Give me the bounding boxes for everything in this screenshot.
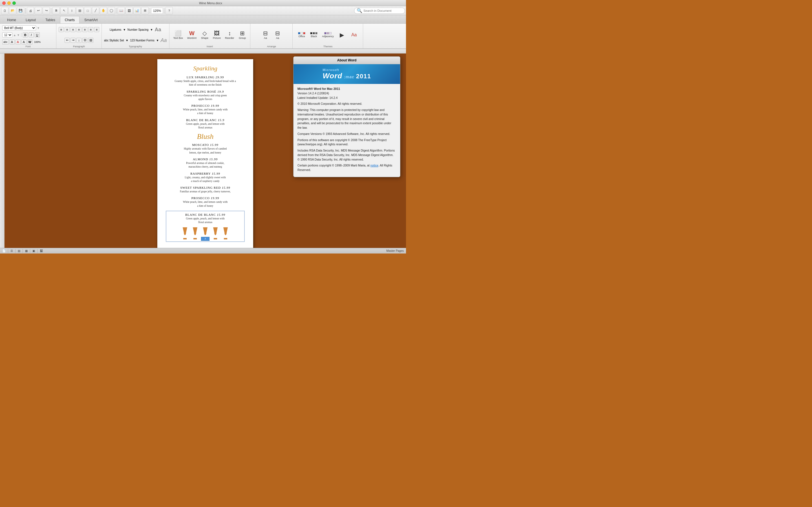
ligatures-label: Ligatures <box>110 28 121 31</box>
align-left-button[interactable]: ≡ <box>77 27 82 32</box>
adjacency-theme-button[interactable]: Adjacency <box>320 32 336 38</box>
redo-button[interactable]: ↪ <box>43 7 50 14</box>
vertical-ruler <box>0 54 4 248</box>
tab-smartart[interactable]: SmartArt <box>80 16 102 23</box>
clear-format-button[interactable]: A <box>10 40 15 45</box>
statusbar-master-pages[interactable]: Master Pages <box>386 249 404 252</box>
text-box-indicator[interactable]: A <box>201 237 209 241</box>
numbered-list-button[interactable]: ≡ <box>64 27 70 32</box>
statusbar-sep5 <box>37 249 38 253</box>
wine-moscato: MOSCATO 15.99 Highly aromatic with flavo… <box>166 143 245 155</box>
align-center-button[interactable]: ≡ <box>82 27 87 32</box>
circle-button[interactable]: ◯ <box>108 7 115 14</box>
wine-blanc1-desc: Green apple, peach, and lemon withfloral… <box>166 122 245 130</box>
line-spacing-button[interactable]: ↕ <box>77 38 82 43</box>
font-size-up-icon[interactable]: ▲ <box>13 34 16 37</box>
wine-raspberry-desc: Light, creamy, and slightly sweet witha … <box>166 176 245 183</box>
statusbar-page-icon[interactable]: 📄 <box>2 249 6 252</box>
increase-indent-button[interactable]: ⇒ <box>70 38 75 43</box>
ligatures-dropdown-icon[interactable]: ▼ <box>123 28 126 31</box>
help-button[interactable]: ? <box>165 7 173 14</box>
tab-layout[interactable]: Layout <box>21 16 41 23</box>
shading-button[interactable]: ▤ <box>88 38 93 43</box>
wine-blanc1-price: 15.9 <box>218 118 224 122</box>
borders-button[interactable]: ⊟ <box>82 38 87 43</box>
media-button[interactable]: 🖼 <box>125 7 133 14</box>
strikethrough-button[interactable]: abc <box>2 40 9 45</box>
reorder-button[interactable]: ↕ Reorder <box>223 30 236 40</box>
wine-prosecco1: PROSECCO 19.99 White peach, lime, and le… <box>166 104 245 115</box>
close-button[interactable] <box>2 1 6 5</box>
number-spacing-dropdown-icon[interactable]: ▼ <box>150 28 153 31</box>
arrange-2-button[interactable]: ⊟ Aa <box>272 30 283 40</box>
text-box-button[interactable]: ⬜ Text Box <box>172 30 185 40</box>
group-button[interactable]: ⊞ Group <box>237 30 248 40</box>
word-art-button[interactable]: W WordArt <box>186 30 198 40</box>
italic-button[interactable]: I <box>29 33 34 38</box>
themes-more-button[interactable]: ▶ <box>336 32 348 38</box>
font-name-dropdown-icon[interactable]: ▼ <box>37 26 40 30</box>
sparkling-title: Sparkling <box>166 65 245 72</box>
picture-button[interactable]: 🖼 Picture <box>211 30 222 40</box>
align-right-button[interactable]: ≡ <box>88 27 93 32</box>
table-button[interactable]: ⊞ <box>141 7 149 14</box>
print-button[interactable]: 🖨 <box>27 7 34 14</box>
about-word-dialog[interactable]: About Word Microsoft Word :mac 2011 Micr… <box>293 56 400 177</box>
search-input[interactable] <box>363 9 402 12</box>
bold-button[interactable]: B <box>23 33 28 38</box>
number-forms-dropdown-icon[interactable]: ▼ <box>156 39 159 42</box>
font-scale-display: 100% <box>33 41 42 43</box>
wine-prosecco2-name: PROSECCO 19.99 <box>166 196 245 200</box>
open-button[interactable]: 📂 <box>9 7 16 14</box>
tab-home[interactable]: Home <box>2 16 21 23</box>
zoom-display[interactable]: 125% <box>151 8 163 14</box>
statusbar-notebook-icon[interactable]: 📓 <box>40 249 43 252</box>
themes-group-label: Themes <box>323 45 333 48</box>
wine-prosecco1-price: 19.99 <box>211 104 219 107</box>
statusbar-outline-icon[interactable]: ▣ <box>33 249 35 252</box>
tab-tables[interactable]: Tables <box>41 16 60 23</box>
notice-link[interactable]: notice <box>370 164 378 167</box>
tab-charts[interactable]: Charts <box>60 16 80 23</box>
arrange-1-button[interactable]: ⊟ Aa <box>260 30 271 40</box>
minimize-button[interactable] <box>7 1 11 5</box>
save-button[interactable]: 💾 <box>17 7 24 14</box>
decrease-indent-button[interactable]: ⇐ <box>64 38 70 43</box>
textbox-toolbar-button[interactable]: ▤ <box>76 7 84 14</box>
text-color-button[interactable]: A <box>15 40 20 45</box>
highlight-button[interactable]: A <box>21 40 27 45</box>
new-button[interactable]: 🗋 <box>1 7 8 14</box>
statusbar-grid2-icon[interactable]: ▦ <box>25 249 28 252</box>
search-box[interactable]: 🔍 <box>354 8 405 14</box>
bold-toolbar-button[interactable]: 𝐁 <box>52 7 60 14</box>
theme-color-button[interactable]: Aa <box>349 32 360 38</box>
office-theme-button[interactable]: Office <box>296 32 307 38</box>
justify-button[interactable]: ≡ <box>94 27 99 32</box>
hand-button[interactable]: ✋ <box>100 7 107 14</box>
text-cursor-button[interactable]: I <box>68 7 75 14</box>
rect-button[interactable]: □ <box>84 7 91 14</box>
cursor-button[interactable]: ↖ <box>60 7 68 14</box>
font-name-select[interactable]: Bell MT (Body) <box>2 25 36 31</box>
arrange-group-label: Arrange <box>267 45 276 48</box>
font-size-select[interactable]: 12 <box>2 33 12 38</box>
line-button[interactable]: ╱ <box>92 7 99 14</box>
black-theme-button[interactable]: Black <box>308 32 319 38</box>
wine-sweet-red-desc: Familiar aromas of grape jelly, cherry t… <box>166 190 245 193</box>
statusbar-list-icon[interactable]: ☰ <box>10 249 13 252</box>
wine-blanc2-price: 15.99 <box>217 213 225 216</box>
bullet-list-button[interactable]: ≡ <box>59 27 64 32</box>
document-page: Sparkling LUX SPARKLING 29.99 Granny Smi… <box>157 59 253 248</box>
maximize-button[interactable] <box>12 1 16 5</box>
shape-button[interactable]: ◇ Shape <box>199 30 210 40</box>
font-size-down-icon[interactable]: ▼ <box>17 34 20 37</box>
undo-button[interactable]: ↩ <box>35 7 42 14</box>
underline-button[interactable]: U <box>35 33 40 38</box>
multilevel-list-button[interactable]: ≡ <box>70 27 75 32</box>
stylistic-set-dropdown-icon[interactable]: ▼ <box>126 39 129 42</box>
shadow-button[interactable]: W <box>28 40 33 45</box>
statusbar-grid1-icon[interactable]: ▤ <box>18 249 20 252</box>
toolbar-sep-2 <box>51 8 51 13</box>
spell-button[interactable]: 📖 <box>117 7 125 14</box>
chart-button[interactable]: 📊 <box>133 7 141 14</box>
